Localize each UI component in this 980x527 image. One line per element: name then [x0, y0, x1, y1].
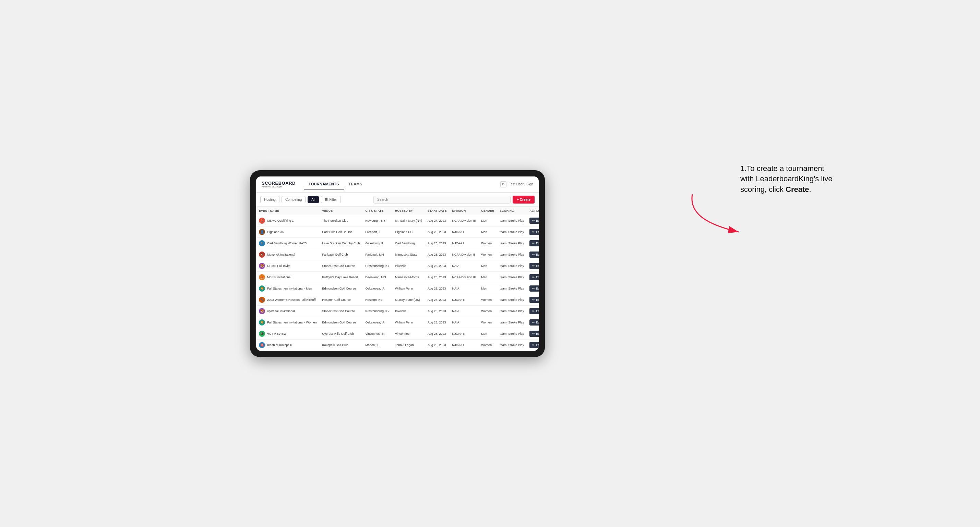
- actions-cell: ✏ Edit: [527, 328, 539, 339]
- hosted-by-cell: William Penn: [392, 283, 425, 294]
- edit-button[interactable]: ✏ Edit: [530, 229, 539, 235]
- table-row: 🏌 MSMC Qualifying 1 The Powelton Club Ne…: [256, 215, 539, 226]
- event-name-cell: 🐯 UPIKE Fall Invite: [256, 260, 319, 271]
- city-state-cell: Hesston, KS: [363, 294, 392, 305]
- col-start-date: START DATE: [425, 206, 450, 215]
- settings-icon[interactable]: ⚙: [500, 181, 506, 187]
- actions-cell: ✏ Edit: [527, 339, 539, 351]
- scoring-cell: team, Stroke Play: [497, 226, 527, 238]
- hosting-filter-btn[interactable]: Hosting: [260, 196, 280, 203]
- app-header: SCOREBOARD Powered by Clippd TOURNAMENTS…: [256, 176, 539, 193]
- city-state-cell: Galesburg, IL: [363, 238, 392, 249]
- col-venue: VENUE: [319, 206, 363, 215]
- scoring-cell: team, Stroke Play: [497, 215, 527, 226]
- edit-icon: ✏: [532, 332, 535, 335]
- scoring-cell: team, Stroke Play: [497, 271, 527, 283]
- edit-icon: ✏: [532, 276, 535, 279]
- actions-cell: ✏ Edit: [527, 283, 539, 294]
- all-filter-btn[interactable]: All: [307, 196, 319, 203]
- gender-cell: Men: [478, 226, 497, 238]
- event-name: 2023 Women's Hesston Fall Kickoff: [267, 298, 315, 302]
- edit-icon: ✏: [532, 230, 535, 234]
- tournaments-table: EVENT NAME VENUE CITY, STATE HOSTED BY S…: [256, 206, 539, 351]
- event-name: UPIKE Fall Invite: [267, 264, 290, 268]
- venue-cell: Lake Bracken Country Club: [319, 238, 363, 249]
- gender-cell: Women: [478, 249, 497, 260]
- start-date-cell: Aug 28, 2023: [425, 317, 450, 328]
- user-text: Test User | Sign: [509, 182, 533, 186]
- venue-cell: The Powelton Club: [319, 215, 363, 226]
- city-state-cell: Prestonsburg, KY: [363, 260, 392, 271]
- start-date-cell: Aug 26, 2023: [425, 238, 450, 249]
- city-state-cell: Oskaloosa, IA: [363, 283, 392, 294]
- scoring-cell: team, Stroke Play: [497, 260, 527, 271]
- table-row: 🦅 Maverick Invitational Faribault Golf C…: [256, 249, 539, 260]
- hosted-by-cell: Vincennes: [392, 328, 425, 339]
- event-name-cell: 👤 Highland 36: [256, 226, 319, 238]
- edit-button[interactable]: ✏ Edit: [530, 217, 539, 224]
- hosted-by-cell: Murray State (OK): [392, 294, 425, 305]
- event-name-cell: 🦁 Fall Statesmen Invitational - Women: [256, 317, 319, 328]
- create-button[interactable]: + Create: [512, 196, 535, 203]
- scoring-cell: team, Stroke Play: [497, 249, 527, 260]
- event-name-cell: 🏌 MSMC Qualifying 1: [256, 215, 319, 226]
- edit-button[interactable]: ✏ Edit: [530, 274, 539, 280]
- search-input[interactable]: [374, 196, 511, 203]
- gender-cell: Women: [478, 238, 497, 249]
- venue-cell: Cypress Hills Golf Club: [319, 328, 363, 339]
- edit-button[interactable]: ✏ Edit: [530, 342, 539, 348]
- nav-tab-tournaments[interactable]: TOURNAMENTS: [304, 179, 344, 189]
- col-event-name: EVENT NAME: [256, 206, 319, 215]
- start-date-cell: Aug 28, 2023: [425, 260, 450, 271]
- team-logo: 🎓: [259, 331, 265, 337]
- team-logo: 🐯: [259, 263, 265, 269]
- venue-cell: StoneCrest Golf Course: [319, 305, 363, 317]
- edit-button[interactable]: ✏ Edit: [530, 240, 539, 246]
- arrow-container: [682, 187, 751, 240]
- actions-cell: ✏ Edit: [527, 215, 539, 226]
- nav-tab-teams[interactable]: TEAMS: [344, 179, 367, 189]
- edit-button[interactable]: ✏ Edit: [530, 297, 539, 303]
- actions-cell: ✏ Edit: [527, 294, 539, 305]
- division-cell: NCAA Division II: [450, 249, 479, 260]
- filter-icon-btn[interactable]: ☰ Filter: [321, 196, 340, 203]
- start-date-cell: Aug 25, 2023: [425, 226, 450, 238]
- event-name: VU PREVIEW: [267, 332, 287, 335]
- table-row: 🎯 Klash at Kokopelli Kokopelli Golf Club…: [256, 339, 539, 351]
- edit-icon: ✏: [532, 298, 535, 302]
- start-date-cell: Aug 28, 2023: [425, 339, 450, 351]
- table-row: 🦊 Morris Invitational Ruttger's Bay Lake…: [256, 271, 539, 283]
- hosted-by-cell: Mt. Saint Mary (NY): [392, 215, 425, 226]
- venue-cell: Kokopelli Golf Club: [319, 339, 363, 351]
- event-name-cell: 🦅 Maverick Invitational: [256, 249, 319, 260]
- table-row: 🐯 UPIKE Fall Invite StoneCrest Golf Cour…: [256, 260, 539, 271]
- edit-icon: ✏: [532, 253, 535, 256]
- edit-button[interactable]: ✏ Edit: [530, 331, 539, 337]
- start-date-cell: Aug 28, 2023: [425, 283, 450, 294]
- city-state-cell: Vincennes, IN: [363, 328, 392, 339]
- team-logo: 🏌: [259, 217, 265, 224]
- start-date-cell: Aug 28, 2023: [425, 328, 450, 339]
- team-logo: 🦁: [259, 319, 265, 325]
- edit-button[interactable]: ✏ Edit: [530, 263, 539, 269]
- competing-filter-btn[interactable]: Competing: [282, 196, 305, 203]
- scoring-cell: team, Stroke Play: [497, 283, 527, 294]
- edit-button[interactable]: ✏ Edit: [530, 319, 539, 325]
- toolbar: Hosting Competing All ☰ Filter + Create: [256, 193, 539, 206]
- event-name-cell: 🎯 Klash at Kokopelli: [256, 339, 319, 351]
- city-state-cell: Oskaloosa, IA: [363, 317, 392, 328]
- gender-cell: Women: [478, 294, 497, 305]
- scoring-cell: team, Stroke Play: [497, 339, 527, 351]
- edit-button[interactable]: ✏ Edit: [530, 286, 539, 292]
- edit-icon: ✏: [532, 219, 535, 222]
- edit-button[interactable]: ✏ Edit: [530, 251, 539, 258]
- city-state-cell: Freeport, IL: [363, 226, 392, 238]
- division-cell: NAIA: [450, 260, 479, 271]
- city-state-cell: Newburgh, NY: [363, 215, 392, 226]
- gender-cell: Men: [478, 283, 497, 294]
- event-name-cell: 🦊 Morris Invitational: [256, 271, 319, 283]
- edit-button[interactable]: ✏ Edit: [530, 308, 539, 314]
- annotation-period: .: [809, 185, 811, 194]
- event-name: MSMC Qualifying 1: [267, 219, 294, 222]
- team-logo: 🎯: [259, 342, 265, 348]
